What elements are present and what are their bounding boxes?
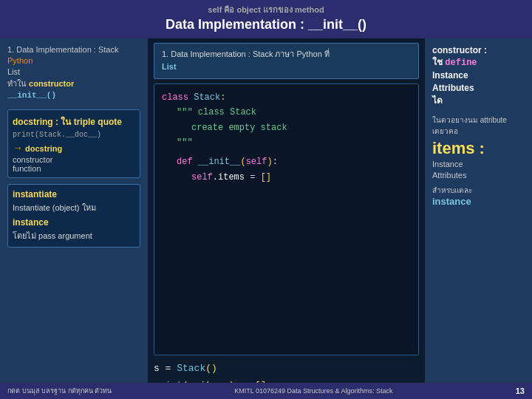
footer-left: กดต บนมุส บลรฐาน กดัทุกคน ตัวทน — [7, 386, 112, 396]
instantiate-title: instantiate — [13, 189, 135, 200]
footer-center: KMITL 01076249 Data Structures & Algorit… — [234, 387, 392, 395]
no-arg-label: โดยไม่ pass argument — [13, 229, 135, 242]
docstring-label: docstring — [25, 144, 62, 153]
code-line-6: self.items = [] — [162, 170, 411, 185]
section-label: Data Implementation : Stack — [16, 45, 118, 54]
instantiate-box: instantiate Instantiate (object) ใหม ins… — [7, 184, 140, 248]
code-line-2: """ class Stack — [162, 105, 411, 120]
section-number: 1. — [7, 45, 14, 54]
instance-title: instance — [13, 217, 135, 228]
items-label: items : — [432, 140, 525, 157]
code-line-3: create empty stack — [162, 120, 411, 135]
left-panel: 1. Data Implementation : Stack Python Li… — [0, 38, 148, 399]
print-doc: print(Stack.__doc__) — [13, 131, 135, 139]
header: self คือ object แรกของ method Data Imple… — [0, 0, 532, 38]
info-box: 1. Data Implementation : Stack ภาษา Pyth… — [154, 43, 419, 79]
page-number: 13 — [516, 386, 525, 395]
right-panel: constructor : ใช define Instance Attribu… — [425, 38, 532, 399]
footer: กดต บนมุส บลรฐาน กดัทุกคน ตัวทน KMITL 01… — [0, 383, 532, 399]
instantiate-label: Instantiate (object) ใหม — [13, 201, 135, 214]
header-top-line: self คือ object แรกของ method — [7, 4, 525, 15]
items-section: ในตวอยางนม attribute เดยวคอ items : Inst… — [432, 115, 525, 207]
items-intro: ในตวอยางนม attribute เดยวคอ — [432, 115, 525, 137]
arrow-docstring: → docstring — [13, 142, 135, 154]
define-kw: define — [445, 58, 477, 68]
code-line-4: """ — [162, 135, 411, 150]
info-line2: List — [162, 62, 177, 71]
main-content: 1. Data Implementation : Stack Python Li… — [0, 38, 532, 399]
constructor-section: constructor : ใช define Instance Attribu… — [432, 44, 525, 107]
result-line-1: s = Stack() — [154, 360, 419, 377]
instance-label: instance — [432, 196, 525, 207]
arrow-icon: → — [13, 142, 23, 154]
thai-label: Listทำใน — [7, 67, 29, 87]
code-line-5: def __init__(self): — [162, 154, 411, 169]
code-line-1: class Stack: — [162, 90, 411, 105]
header-title: Data Implementation : __init__() — [7, 16, 525, 33]
docstring-box: docstring : ใน triple quote print(Stack.… — [7, 109, 140, 178]
init-code: __init__() — [7, 91, 56, 100]
section1-title: 1. Data Implementation : Stack Python Li… — [7, 44, 140, 102]
items-sub: Instance Attributes — [432, 159, 525, 182]
constructor-sub: constructor function — [13, 155, 135, 173]
code-block: class Stack: """ class Stack create empt… — [154, 83, 419, 355]
center-panel: 1. Data Implementation : Stack ภาษา Pyth… — [148, 38, 425, 399]
constructor-label: constructor — [29, 79, 74, 88]
docstring-title: docstring : ใน triple quote — [13, 115, 135, 129]
constructor-rtitle: constructor : ใช define Instance Attribu… — [432, 44, 525, 107]
info-line1: 1. Data Implementation : Stack ภาษา Pyth… — [162, 50, 330, 58]
python-label: Python — [7, 56, 33, 65]
items-for: สำหรบแตละ — [432, 185, 525, 196]
